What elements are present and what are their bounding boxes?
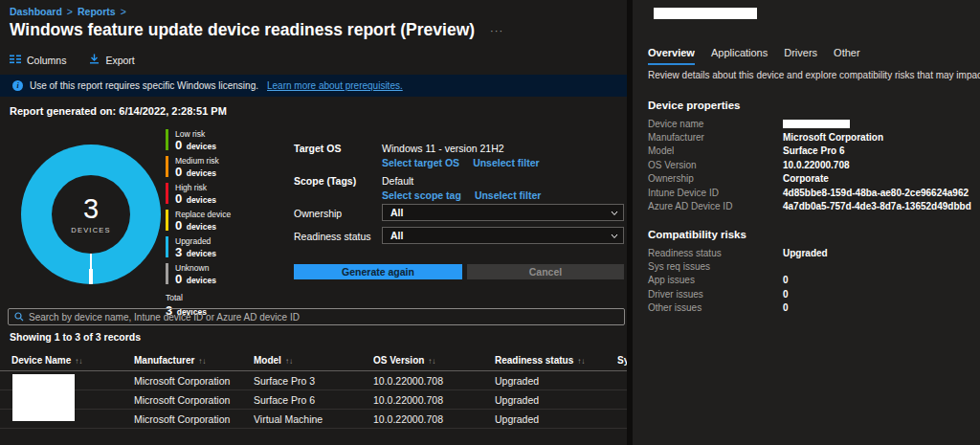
- device-properties-header: Device properties: [648, 100, 741, 111]
- legend-item-high-risk: High risk 0 devices: [166, 183, 231, 206]
- legend-count: 0: [175, 218, 182, 233]
- columns-label: Columns: [27, 55, 66, 66]
- property-row: ModelSurface Pro 6: [648, 145, 971, 158]
- panel-tabs: Overview Applications Drivers Other: [648, 47, 860, 65]
- sort-icon: ↑↓: [577, 357, 585, 366]
- risk-row: Other issues0: [648, 301, 828, 315]
- columns-button[interactable]: Columns: [10, 55, 66, 66]
- table-row[interactable]: Microsoft Corporation Surface Pro 6 10.0…: [0, 390, 628, 410]
- unselect-scope-filter-link[interactable]: Unselect filter: [475, 189, 541, 201]
- redacted-device-name: [783, 120, 850, 128]
- table-row[interactable]: Microsoft Corporation Virtual Machine 10…: [0, 410, 628, 429]
- legend-item-upgraded: Upgraded 3 devices: [166, 236, 231, 259]
- property-row: Intune Device ID4d85bbe8-159d-48ba-ae80-…: [648, 186, 971, 199]
- legend-count: 3: [175, 245, 182, 259]
- select-scope-tag-link[interactable]: Select scope tag: [382, 189, 461, 201]
- select-target-os-link[interactable]: Select target OS: [382, 157, 459, 168]
- legend-unit: devices: [187, 276, 216, 285]
- chevron-right-icon: >: [121, 6, 126, 17]
- device-detail-panel: Overview Applications Drivers Other Revi…: [633, 0, 980, 445]
- breadcrumb-link-reports[interactable]: Reports: [78, 6, 116, 17]
- device-properties-list: Device name ManufacturerMicrosoft Corpor…: [648, 117, 971, 213]
- export-label: Export: [105, 55, 134, 66]
- risk-row: Driver issues0: [648, 287, 828, 300]
- unselect-target-os-filter-link[interactable]: Unselect filter: [473, 157, 539, 168]
- readiness-donut-chart[interactable]: 3 DEVICES: [21, 145, 161, 284]
- search-input[interactable]: [29, 312, 624, 323]
- legend-swatch: [166, 183, 168, 204]
- device-search-box: [8, 308, 625, 325]
- toolbar: Columns Export: [10, 54, 135, 66]
- property-row: Azure AD Device ID4a7db0a5-757d-4de3-8d7…: [648, 199, 971, 212]
- legend-item-medium-risk: Medium risk 0 devices: [166, 156, 231, 179]
- info-icon: i: [12, 80, 23, 91]
- cell-os-version: 10.0.22000.708: [373, 394, 495, 406]
- risk-row: App issues0: [648, 274, 828, 287]
- column-header-model[interactable]: Model↑↓: [254, 355, 373, 366]
- page-title: Windows feature update device readiness …: [10, 20, 475, 40]
- compatibility-risks-header: Compatibility risks: [648, 229, 746, 240]
- chevron-right-icon: >: [67, 6, 73, 17]
- legend-count: 0: [175, 165, 182, 179]
- report-filters: Target OS Windows 11 - version 21H2 Sele…: [294, 140, 628, 293]
- cell-os-version: 10.0.22000.708: [373, 375, 495, 387]
- learn-more-link[interactable]: Learn more about prerequisites.: [267, 80, 403, 91]
- column-header-readiness-status[interactable]: Readiness status↑↓: [495, 355, 617, 366]
- chart-legend: Low risk 0 devices Medium risk 0 devices…: [166, 129, 231, 318]
- property-row: OS Version10.0.22000.708: [648, 158, 971, 171]
- legend-swatch: [166, 263, 168, 284]
- cancel-button[interactable]: Cancel: [467, 264, 624, 279]
- legend-swatch: [166, 129, 168, 150]
- chevron-down-icon: [611, 211, 618, 216]
- legend-item-replace-device: Replace device 0 devices: [166, 210, 231, 233]
- more-options-icon[interactable]: ···: [490, 25, 503, 36]
- legend-swatch: [166, 210, 168, 231]
- donut-total-value: 3: [83, 195, 99, 223]
- column-header-device-name[interactable]: Device Name↑↓: [11, 355, 134, 366]
- readiness-status-dropdown[interactable]: All: [382, 227, 624, 244]
- legend-item-unknown: Unknown 0 devices: [166, 263, 231, 286]
- cell-readiness-status: Upgraded: [495, 413, 617, 425]
- intune-report-page: Dashboard > Reports > Windows feature up…: [0, 0, 980, 445]
- legend-count: 0: [175, 272, 182, 286]
- info-banner: i Use of this report requires specific W…: [0, 75, 628, 97]
- target-os-value: Windows 11 - version 21H2: [382, 143, 504, 154]
- ownership-selected-value: All: [390, 207, 403, 218]
- search-icon: [14, 312, 24, 322]
- banner-text: Use of this report requires specific Win…: [30, 80, 258, 91]
- sort-icon: ↑↓: [428, 357, 435, 366]
- legend-count: 0: [175, 191, 182, 206]
- sort-icon: ↑↓: [285, 357, 293, 366]
- column-header-manufacturer[interactable]: Manufacturer↑↓: [134, 355, 254, 366]
- legend-swatch: [166, 236, 168, 257]
- target-os-label: Target OS: [294, 143, 341, 154]
- legend-unit: devices: [187, 195, 216, 205]
- legend-swatch: [166, 156, 168, 177]
- column-header-os-version[interactable]: OS Version↑↓: [373, 355, 495, 366]
- cell-readiness-status: Upgraded: [495, 375, 617, 387]
- scope-tags-label: Scope (Tags): [294, 175, 356, 187]
- readiness-status-selected-value: All: [390, 230, 403, 241]
- tab-drivers[interactable]: Drivers: [784, 47, 817, 65]
- property-row: OwnershipCorporate: [648, 172, 971, 186]
- scope-tags-value: Default: [382, 175, 413, 187]
- risk-row: Readiness statusUpgraded: [648, 246, 828, 259]
- cell-model: Virtual Machine: [254, 413, 373, 425]
- donut-total-label: DEVICES: [71, 226, 110, 234]
- breadcrumb-link-dashboard[interactable]: Dashboard: [10, 6, 62, 17]
- export-button[interactable]: Export: [89, 54, 134, 66]
- ownership-dropdown[interactable]: All: [382, 204, 624, 221]
- tab-overview[interactable]: Overview: [648, 47, 695, 65]
- table-row[interactable]: Microsoft Corporation Surface Pro 3 10.0…: [0, 371, 628, 390]
- legend-unit: devices: [187, 168, 216, 178]
- property-row: ManufacturerMicrosoft Corporation: [648, 130, 971, 144]
- tab-other[interactable]: Other: [834, 47, 860, 65]
- sort-icon: ↑↓: [75, 357, 82, 366]
- donut-center: 3 DEVICES: [52, 175, 130, 254]
- cell-os-version: 10.0.22000.708: [373, 413, 495, 425]
- panel-description: Review details about this device and exp…: [648, 70, 980, 80]
- generate-again-button[interactable]: Generate again: [294, 264, 462, 279]
- tab-applications[interactable]: Applications: [711, 47, 768, 65]
- chevron-down-icon: [611, 234, 618, 239]
- risk-row: Sys req issues: [648, 259, 828, 273]
